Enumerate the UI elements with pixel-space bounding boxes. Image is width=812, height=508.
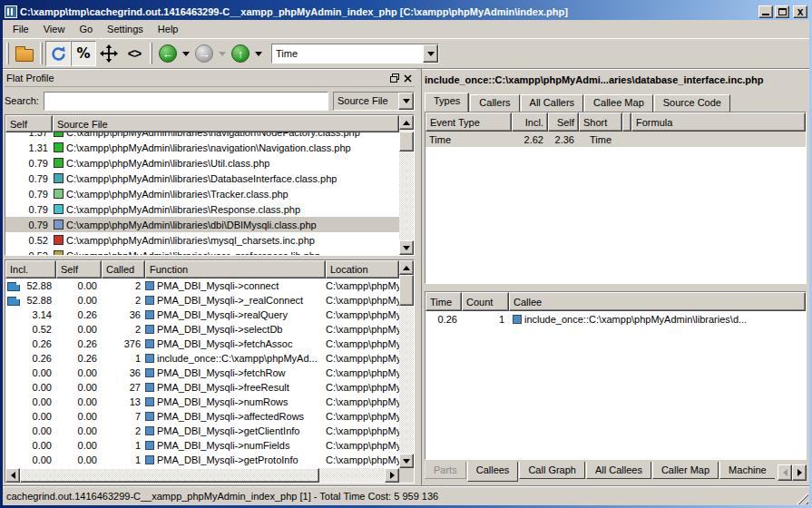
scroll-up-button[interactable]	[399, 260, 414, 275]
column-header-incl[interactable]: Incl.	[5, 260, 56, 278]
table-row[interactable]: 0.52C:\xampp\phpMyAdmin\libraries\mysql_…	[5, 232, 399, 248]
callee-name: include_once::C:\xampp\phpMyAdmin\librar…	[524, 314, 747, 325]
function-table-vscrollbar[interactable]	[399, 260, 414, 468]
tab-machine[interactable]: Machine	[719, 462, 775, 479]
table-row[interactable]: Time2.622.36Time	[426, 132, 806, 147]
group-selector-dropdown-button[interactable]	[398, 93, 414, 110]
table-row[interactable]: 3.140.2636PMA_DBI_Mysqli->realQueryC:\xa…	[5, 308, 399, 322]
table-row[interactable]: 0.52C:\xampp\phpMyAdmin\libraries\user_p…	[5, 248, 399, 255]
tab-callee-map[interactable]: Callee Map	[584, 94, 653, 112]
tab-all-callees[interactable]: All Callees	[586, 462, 651, 479]
menu-item-view[interactable]: View	[36, 22, 73, 36]
forward-icon: →	[195, 44, 213, 63]
forward-dropdown	[217, 41, 228, 66]
menu-item-settings[interactable]: Settings	[100, 22, 151, 36]
tab-scroll-right-button[interactable]	[792, 464, 807, 481]
table-row[interactable]: 0.79C:\xampp\phpMyAdmin\libraries\Databa…	[5, 171, 399, 186]
cost-color-icon	[54, 158, 64, 168]
maximize-button[interactable]	[775, 5, 789, 18]
table-row[interactable]: 0.000.001PMA_DBI_Mysqli->getProtoInfoC:\…	[5, 453, 399, 467]
event-type-dropdown-button[interactable]	[423, 44, 438, 63]
column-header-time[interactable]: Time	[426, 292, 462, 311]
column-header-formula[interactable]: Formula	[631, 112, 806, 132]
tab-callees[interactable]: Callees	[467, 462, 519, 482]
tab-callers[interactable]: Callers	[470, 94, 519, 112]
scroll-thumb[interactable]	[20, 468, 319, 483]
toolbar-handle[interactable]	[150, 43, 152, 64]
reload-button[interactable]	[45, 41, 71, 66]
table-row[interactable]: 0.79C:\xampp\phpMyAdmin\libraries\Tracke…	[5, 186, 399, 201]
tab-caller-map[interactable]: Caller Map	[652, 462, 719, 479]
column-header-callee[interactable]: Callee	[509, 292, 806, 311]
scroll-down-button[interactable]	[399, 240, 414, 255]
table-row[interactable]: 0.79C:\xampp\phpMyAdmin\libraries\dbi\DB…	[5, 217, 399, 232]
column-header-self[interactable]: Self	[56, 260, 102, 278]
table-row[interactable]: 1.37C:\xampp\phpMyAdmin\libraries\naviga…	[5, 132, 399, 140]
relative-cost-button[interactable]: <>	[122, 41, 147, 66]
table-row[interactable]: 0.260.26376PMA_DBI_Mysqli->fetchAssocC:\…	[5, 337, 399, 351]
scroll-thumb[interactable]	[399, 132, 414, 151]
scroll-right-button[interactable]	[385, 468, 399, 483]
close-button[interactable]: x	[793, 5, 807, 18]
minimize-button[interactable]	[758, 5, 773, 18]
up-dropdown[interactable]	[253, 41, 264, 66]
cell-called: 13	[102, 396, 145, 407]
open-file-button[interactable]	[12, 41, 37, 66]
column-header-short[interactable]: Short	[579, 112, 622, 132]
tab-scroll-left-button[interactable]	[778, 464, 792, 481]
table-row[interactable]: 1.31C:\xampp\phpMyAdmin\libraries\naviga…	[5, 140, 399, 155]
table-row[interactable]: 0.000.001PMA_DBI_Mysqli->numFieldsC:\xam…	[5, 438, 399, 453]
column-header-incl[interactable]: Incl.	[512, 112, 548, 132]
table-row[interactable]: 52.880.002PMA_DBI_Mysqli->connectC:\xamp…	[5, 278, 399, 293]
detail-tab-bar: TypesCallersAll CallersCallee MapSource …	[425, 93, 807, 112]
dock-move-button[interactable]	[96, 41, 122, 66]
percent-toggle-button[interactable]: %	[71, 41, 96, 66]
up-button[interactable]: ↑	[228, 41, 253, 66]
table-row[interactable]: 52.880.002PMA_DBI_Mysqli->_realConnectC:…	[5, 293, 399, 308]
column-header-event-type[interactable]: Event Type	[426, 112, 512, 132]
column-header-self[interactable]: Self	[548, 112, 579, 132]
table-row[interactable]: 0.000.007PMA_DBI_Mysqli->affectedRowsC:\…	[5, 409, 399, 424]
table-row[interactable]: 0.000.0013PMA_DBI_Mysqli->numRowsC:\xamp…	[5, 395, 399, 409]
table-row[interactable]: 0.79C:\xampp\phpMyAdmin\libraries\Util.c…	[5, 155, 399, 171]
table-row[interactable]: 0.260.261include_once::C:\xampp\phpMyAd.…	[5, 351, 399, 366]
column-header-called[interactable]: Called	[102, 260, 145, 278]
function-table-hscrollbar[interactable]	[5, 468, 399, 483]
column-header-location[interactable]: Location	[326, 260, 399, 278]
tab-source-code[interactable]: Source Code	[654, 94, 730, 112]
table-row[interactable]: 0.79C:\xampp\phpMyAdmin\libraries\Respon…	[5, 201, 399, 217]
scroll-thumb[interactable]	[399, 275, 414, 306]
dock-float-button[interactable]	[387, 72, 401, 85]
column-header-self[interactable]: Self	[5, 115, 53, 132]
toolbar-handle[interactable]	[6, 43, 9, 64]
scroll-down-button[interactable]	[399, 454, 414, 468]
column-header-count[interactable]: Count	[462, 292, 509, 311]
menu-item-file[interactable]: File	[5, 22, 36, 36]
column-header-spacer[interactable]	[622, 112, 631, 132]
scroll-left-button[interactable]	[5, 468, 20, 483]
scroll-up-button[interactable]	[399, 115, 414, 130]
resize-grip[interactable]	[797, 493, 808, 504]
event-type-selector[interactable]: Time	[271, 44, 439, 64]
group-selector[interactable]: Source File	[333, 92, 415, 111]
tab-all-callers[interactable]: All Callers	[521, 94, 584, 112]
table-row[interactable]: 0.000.0036PMA_DBI_Mysqli->fetchRowC:\xam…	[5, 366, 399, 380]
menu-item-go[interactable]: Go	[72, 22, 100, 36]
menu-item-help[interactable]: Help	[151, 22, 186, 36]
toolbar-handle[interactable]	[40, 43, 43, 64]
tab-call-graph[interactable]: Call Graph	[519, 462, 585, 479]
table-row[interactable]: 0.000.002PMA_DBI_Mysqli->getClientInfoC:…	[5, 424, 399, 438]
dock-header[interactable]: Flat Profile	[5, 70, 415, 87]
search-input[interactable]	[44, 92, 328, 111]
table-row[interactable]: 0.000.0027PMA_DBI_Mysqli->freeResultC:\x…	[5, 380, 399, 395]
table-row[interactable]: 0.261include_once::C:\xampp\phpMyAdmin\l…	[426, 311, 806, 327]
file-table-vscrollbar[interactable]	[399, 115, 414, 255]
tab-types[interactable]: Types	[425, 93, 469, 112]
column-header-function[interactable]: Function	[145, 260, 326, 278]
title-bar[interactable]: C:\xampp\tmp\cachegrind.out.1416463299-C…	[3, 3, 809, 20]
back-dropdown[interactable]	[181, 41, 191, 66]
table-row[interactable]: 0.520.002PMA_DBI_Mysqli->selectDbC:\xamp…	[5, 322, 399, 337]
dock-close-button[interactable]	[401, 72, 415, 85]
column-header-source-file[interactable]: Source File	[53, 115, 399, 132]
back-button[interactable]: ←	[155, 41, 181, 66]
